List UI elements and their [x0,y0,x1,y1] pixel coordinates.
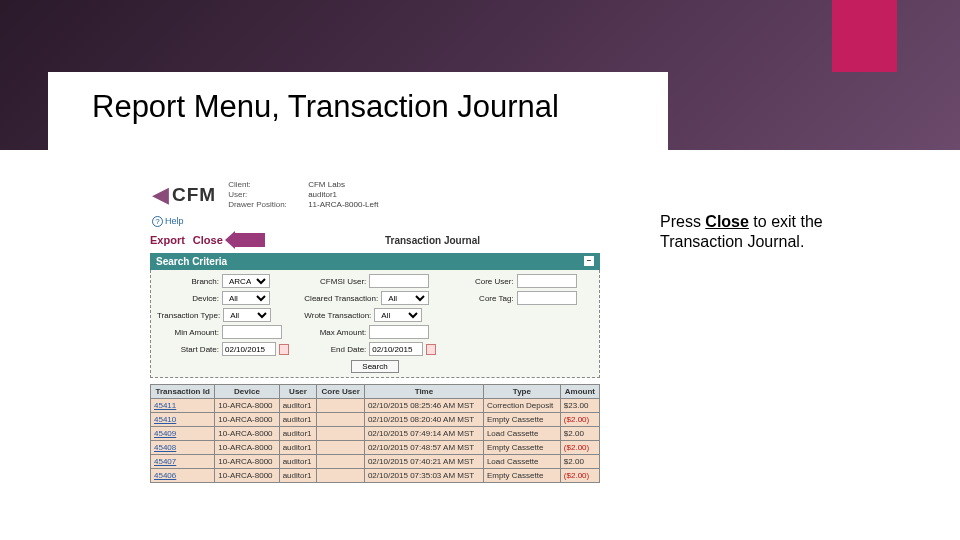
user-label: User: [228,190,308,199]
table-header[interactable]: User [279,385,317,399]
collapse-icon[interactable]: − [584,256,594,266]
client-label: Client: [228,180,308,189]
end-date-input[interactable] [369,342,423,356]
core-user-cell [317,399,365,413]
instruction-text: Press Close to exit the Transaction Jour… [660,212,870,252]
logo: ◀ CFM [150,180,218,208]
table-header[interactable]: Type [483,385,560,399]
table-row: 4541010-ARCA-8000auditor102/10/2015 08:2… [151,413,600,427]
start-date-label: Start Date: [157,345,219,354]
txn-type-label: Transaction Type: [157,311,220,320]
cfmsi-user-label: CFMSI User: [304,277,366,286]
core-user-label: Core User: [452,277,514,286]
user-value: auditor1 [308,190,337,199]
end-date-label: End Date: [304,345,366,354]
time-cell: 02/10/2015 07:48:57 AM MST [364,441,483,455]
device-cell: 10-ARCA-8000 [215,469,279,483]
cleared-select[interactable]: All [381,291,429,305]
table-row: 4540810-ARCA-8000auditor102/10/2015 07:4… [151,441,600,455]
branch-label: Branch: [157,277,219,286]
table-row: 4540910-ARCA-8000auditor102/10/2015 07:4… [151,427,600,441]
core-user-cell [317,455,365,469]
app-header: ◀ CFM Client:CFM Labs User:auditor1 Draw… [150,180,600,210]
wrote-select[interactable]: All [374,308,422,322]
amount-cell: ($2.00) [560,441,599,455]
txn-id-link[interactable]: 45408 [151,441,215,455]
table-row: 4540710-ARCA-8000auditor102/10/2015 07:4… [151,455,600,469]
drawer-value: 11-ARCA-8000-Left [308,200,378,209]
time-cell: 02/10/2015 08:25:46 AM MST [364,399,483,413]
device-cell: 10-ARCA-8000 [215,441,279,455]
start-date-input[interactable] [222,342,276,356]
search-criteria-panel: Branch:ARCA CFMSI User: Core User: Devic… [150,270,600,378]
type-cell: Empty Cassette [483,441,560,455]
app-screenshot: ◀ CFM Client:CFM Labs User:auditor1 Draw… [150,180,600,483]
core-user-cell [317,427,365,441]
txn-type-select[interactable]: All [223,308,271,322]
core-user-input[interactable] [517,274,577,288]
transaction-table: Transaction IdDeviceUserCore UserTimeTyp… [150,384,600,483]
user-cell: auditor1 [279,413,317,427]
max-amount-label: Max Amount: [304,328,366,337]
cfmsi-user-input[interactable] [369,274,429,288]
min-amount-label: Min Amount: [157,328,219,337]
device-cell: 10-ARCA-8000 [215,455,279,469]
logo-arrow-icon: ◀ [152,184,169,206]
help-link[interactable]: ?Help [152,216,600,227]
table-header[interactable]: Time [364,385,483,399]
calendar-icon[interactable] [426,344,436,355]
session-meta: Client:CFM Labs User:auditor1 Drawer Pos… [228,180,378,210]
core-tag-input[interactable] [517,291,577,305]
instruction-prefix: Press [660,213,705,230]
time-cell: 02/10/2015 07:35:03 AM MST [364,469,483,483]
user-cell: auditor1 [279,427,317,441]
min-amount-input[interactable] [222,325,282,339]
core-user-cell [317,469,365,483]
user-cell: auditor1 [279,469,317,483]
time-cell: 02/10/2015 07:49:14 AM MST [364,427,483,441]
search-button[interactable]: Search [351,360,398,373]
wrote-label: Wrote Transaction: [304,311,371,320]
txn-id-link[interactable]: 45410 [151,413,215,427]
branch-select[interactable]: ARCA [222,274,270,288]
txn-id-link[interactable]: 45407 [151,455,215,469]
time-cell: 02/10/2015 07:40:21 AM MST [364,455,483,469]
instruction-close-word: Close [705,213,749,230]
search-criteria-header[interactable]: Search Criteria − [150,253,600,270]
table-header[interactable]: Device [215,385,279,399]
device-cell: 10-ARCA-8000 [215,427,279,441]
user-cell: auditor1 [279,455,317,469]
type-cell: Load Cassette [483,455,560,469]
client-value: CFM Labs [308,180,345,189]
drawer-label: Drawer Position: [228,200,308,209]
amount-cell: ($2.00) [560,469,599,483]
table-header[interactable]: Transaction Id [151,385,215,399]
type-cell: Empty Cassette [483,469,560,483]
device-label: Device: [157,294,219,303]
txn-id-link[interactable]: 45411 [151,399,215,413]
txn-id-link[interactable]: 45409 [151,427,215,441]
table-header[interactable]: Core User [317,385,365,399]
page-title: Transaction Journal [385,235,480,246]
cleared-label: Cleared Transaction: [304,294,378,303]
device-select[interactable]: All [222,291,270,305]
amount-cell: $2.00 [560,427,599,441]
callout-arrow-icon [235,233,265,247]
close-link[interactable]: Close [193,234,223,246]
type-cell: Correction Deposit [483,399,560,413]
slide-header: Report Menu, Transaction Journal [0,0,960,150]
time-cell: 02/10/2015 08:20:40 AM MST [364,413,483,427]
amount-cell: $23.00 [560,399,599,413]
core-tag-label: Core Tag: [452,294,514,303]
max-amount-input[interactable] [369,325,429,339]
device-cell: 10-ARCA-8000 [215,399,279,413]
action-bar: Export Close Transaction Journal [150,233,600,247]
device-cell: 10-ARCA-8000 [215,413,279,427]
amount-cell: ($2.00) [560,413,599,427]
table-row: 4541110-ARCA-8000auditor102/10/2015 08:2… [151,399,600,413]
table-header[interactable]: Amount [560,385,599,399]
export-link[interactable]: Export [150,234,185,246]
user-cell: auditor1 [279,399,317,413]
calendar-icon[interactable] [279,344,289,355]
txn-id-link[interactable]: 45406 [151,469,215,483]
